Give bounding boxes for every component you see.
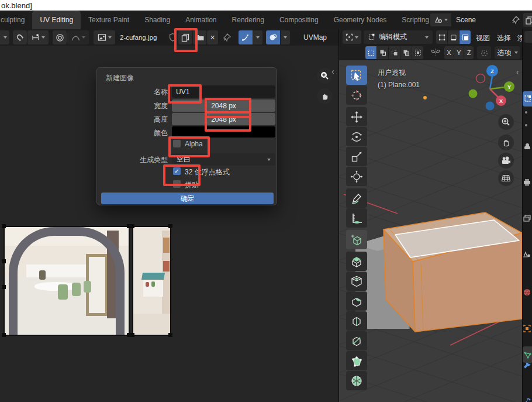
- editor-type-dropdown-3d[interactable]: [343, 30, 361, 44]
- loop-cut-tool[interactable]: [346, 311, 367, 331]
- uv-vertex[interactable]: [2, 333, 6, 337]
- menu-select[interactable]: 选择: [497, 33, 511, 43]
- transform-tool[interactable]: [346, 167, 367, 186]
- uv-edge[interactable]: [4, 226, 171, 227]
- tab-active-tool[interactable]: [523, 91, 532, 106]
- poly-build-tool[interactable]: [346, 351, 367, 370]
- height-slider[interactable]: 2048 px: [172, 113, 275, 125]
- new-image-button[interactable]: [178, 30, 192, 44]
- mirror-y-button[interactable]: Y: [454, 46, 464, 59]
- snap-target-dropdown[interactable]: [27, 30, 49, 44]
- fake-user-shield-icon[interactable]: [168, 33, 177, 42]
- uv-vertex[interactable]: [2, 285, 6, 289]
- new-scene-button[interactable]: [523, 13, 532, 27]
- show-overlays-toggle[interactable]: [266, 30, 280, 44]
- viewport-zoom-button[interactable]: [498, 114, 514, 130]
- viewport-ortho-toggle-button[interactable]: [498, 170, 514, 186]
- scene-name-field[interactable]: Scene: [452, 13, 508, 26]
- float-checkbox[interactable]: ✓: [173, 167, 181, 175]
- tab-rendering[interactable]: Rendering: [224, 11, 272, 29]
- tab-output[interactable]: [523, 174, 532, 190]
- browse-image-dropdown[interactable]: [94, 30, 115, 44]
- add-cube-tool[interactable]: [346, 230, 367, 249]
- viewport-canvas[interactable]: 用户透视 (1) Plane.001 ‹ Z Y X: [339, 60, 522, 402]
- uv-edge[interactable]: [170, 226, 171, 336]
- uv-vertex[interactable]: [130, 224, 134, 228]
- mirror-z-button[interactable]: Z: [464, 46, 474, 59]
- unlink-image-button[interactable]: ×: [207, 30, 218, 44]
- tab-animation[interactable]: Animation: [178, 11, 224, 29]
- tab-view-layer[interactable]: [523, 211, 532, 226]
- tab-render[interactable]: [523, 138, 532, 153]
- ok-button[interactable]: 确定: [101, 193, 274, 204]
- snap-toggle-button[interactable]: [13, 30, 27, 44]
- uv-pan-button[interactable]: [317, 88, 333, 104]
- uv-vertex[interactable]: [168, 224, 172, 228]
- select-subtract-button[interactable]: [389, 46, 400, 59]
- edge-select-button[interactable]: [448, 30, 459, 44]
- cursor-tool[interactable]: [346, 85, 367, 105]
- pin-scene-icon[interactable]: [511, 15, 520, 25]
- image-name-field[interactable]: 2-cufang.jpg: [116, 31, 167, 44]
- overlays-dropdown[interactable]: [281, 30, 290, 44]
- scene-type-dropdown[interactable]: [430, 13, 451, 26]
- proportional-edit-dropdown[interactable]: [477, 46, 491, 59]
- uv-image-region[interactable]: [0, 224, 173, 338]
- move-tool[interactable]: [346, 107, 367, 126]
- show-gizmo-toggle[interactable]: [239, 30, 253, 44]
- tab-particles[interactable]: [523, 393, 532, 402]
- tab-object[interactable]: [523, 321, 532, 336]
- uv-vertex[interactable]: [2, 259, 6, 263]
- tab-texture-paint[interactable]: Texture Paint: [81, 11, 137, 29]
- collapse-sidebar-arrow[interactable]: ‹: [516, 67, 519, 77]
- color-swatch[interactable]: [172, 126, 275, 138]
- generated-type-dropdown[interactable]: 空白: [172, 153, 275, 166]
- name-input[interactable]: UV1: [172, 85, 275, 98]
- uv-editor-canvas[interactable]: ‹ 新建图像 名称 UV1 宽度 2048 px 高度 2048 px 颜色: [0, 46, 339, 402]
- tab-world[interactable]: [523, 284, 532, 300]
- select-intersect-button[interactable]: [412, 46, 423, 59]
- tab-shading[interactable]: Shading: [137, 11, 178, 29]
- annotate-tool[interactable]: [346, 188, 367, 208]
- extrude-region-tool[interactable]: [346, 252, 367, 271]
- proportional-editing-button[interactable]: [53, 30, 67, 44]
- face-select-button[interactable]: [460, 30, 471, 44]
- menu-add[interactable]: 添: [517, 33, 522, 43]
- gizmo-dropdown[interactable]: [253, 30, 262, 44]
- select-extend-button[interactable]: [377, 46, 388, 59]
- rotate-tool[interactable]: [346, 127, 367, 146]
- pin-icon[interactable]: [222, 33, 232, 42]
- width-slider[interactable]: 2048 px: [172, 99, 275, 112]
- uvmap-field[interactable]: UVMap: [292, 31, 338, 44]
- tab-sculpting[interactable]: culpting: [0, 11, 32, 29]
- uv-vertex[interactable]: [2, 224, 6, 228]
- tab-scene[interactable]: [523, 247, 532, 262]
- menu-view[interactable]: 视图: [476, 33, 490, 43]
- measure-tool[interactable]: [346, 208, 367, 228]
- vertex-select-button[interactable]: [436, 30, 447, 44]
- uv-vertex[interactable]: [130, 333, 134, 337]
- tab-geometry-nodes[interactable]: Geometry Nodes: [326, 11, 395, 29]
- knife-tool[interactable]: [346, 331, 367, 351]
- options-dropdown[interactable]: 选项: [495, 46, 520, 59]
- scale-tool[interactable]: [346, 147, 367, 166]
- mirror-x-button[interactable]: X: [444, 46, 454, 59]
- select-box-tool[interactable]: [346, 66, 367, 85]
- spin-tool[interactable]: [346, 371, 367, 390]
- uv-edge[interactable]: [4, 335, 171, 336]
- mode-dropdown[interactable]: 编辑模式: [364, 30, 433, 44]
- select-set-button[interactable]: [365, 46, 376, 59]
- navigation-gizmo[interactable]: Z Y X: [467, 63, 516, 112]
- inset-faces-tool[interactable]: [346, 272, 367, 291]
- tab-object-data[interactable]: [523, 346, 532, 363]
- tab-uv-editing[interactable]: UV Editing: [32, 11, 81, 29]
- uv-edge[interactable]: [129, 226, 130, 336]
- tiled-checkbox[interactable]: [173, 180, 181, 188]
- alpha-checkbox[interactable]: [173, 140, 181, 147]
- open-image-button[interactable]: [193, 30, 206, 44]
- tab-compositing[interactable]: Compositing: [272, 11, 326, 29]
- editor-type-dropdown[interactable]: [0, 30, 9, 44]
- uv-zoom-button[interactable]: [317, 68, 333, 84]
- falloff-dropdown[interactable]: [67, 30, 89, 44]
- bevel-tool[interactable]: [346, 291, 367, 311]
